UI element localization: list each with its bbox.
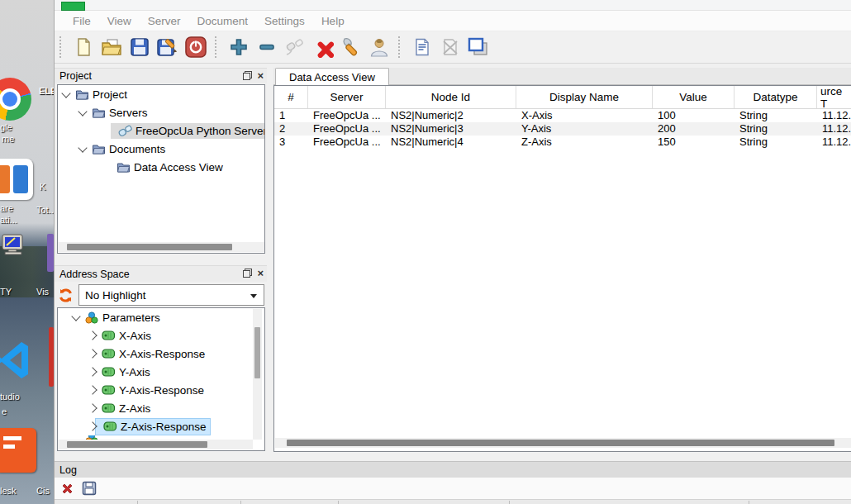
remove-document-button[interactable] <box>436 34 464 60</box>
new-window-button[interactable] <box>464 34 492 60</box>
column-header--[interactable]: # <box>274 86 308 108</box>
office-app-icon[interactable] <box>0 159 33 200</box>
desktop-label: are <box>0 203 13 213</box>
chevron-right-icon[interactable] <box>88 330 97 340</box>
column-header-urce-t[interactable]: urce T <box>817 86 851 108</box>
toolbar-group <box>69 31 210 63</box>
save-button[interactable] <box>126 34 154 60</box>
address-space-vertical-scrollbar[interactable] <box>253 309 262 440</box>
chevron-right-icon[interactable] <box>88 367 97 376</box>
add-server-button[interactable] <box>225 34 253 60</box>
tree-item-parameters[interactable]: Parameters <box>58 308 264 326</box>
table-row[interactable]: 2FreeOpcUa ...NS2|Numeric|3Y-Axis200Stri… <box>274 122 851 136</box>
menu-help[interactable]: Help <box>313 12 353 30</box>
anydesk-icon[interactable] <box>0 428 36 473</box>
tree-item-y-axis[interactable]: Y-Axis <box>58 363 264 381</box>
toolbar-handle[interactable] <box>59 36 66 58</box>
table-horizontal-scrollbar[interactable] <box>275 438 851 448</box>
opcua-client-window: FileViewServerDocumentSettingsHelp Proje… <box>54 0 851 504</box>
tree-item-label: Parameters <box>102 311 160 324</box>
address-space-panel-titlebar: Address Space × <box>55 265 267 282</box>
address-space-toolbar: No Highlight <box>58 284 264 306</box>
server-plug-icon <box>117 125 132 137</box>
tree-item-project[interactable]: Project <box>58 85 264 103</box>
menu-server[interactable]: Server <box>140 12 189 30</box>
tree-item-documents[interactable]: Documents <box>58 140 264 158</box>
tree-item-data-access-view[interactable]: Data Access View <box>58 158 264 176</box>
highlight-dropdown-value: No Highlight <box>85 289 146 302</box>
menu-document[interactable]: Document <box>189 12 257 30</box>
chevron-down-icon[interactable] <box>61 88 70 97</box>
folder-icon <box>116 161 131 173</box>
float-panel-icon[interactable] <box>243 269 252 278</box>
remove-server-icon <box>257 37 277 57</box>
app-icon <box>61 2 85 11</box>
menu-view[interactable]: View <box>99 12 140 30</box>
save-log-icon[interactable] <box>82 481 97 496</box>
folder-icon <box>91 143 106 155</box>
column-header-display-name[interactable]: Display Name <box>516 86 653 108</box>
disconnect-button[interactable] <box>309 34 337 60</box>
tree-item-freeopcua-python-server[interactable]: FreeOpcUa Python Server <box>58 121 264 140</box>
screen: gle me ELE are ati... K Tot... TY Vis tu… <box>0 0 851 504</box>
my-computer-icon[interactable] <box>2 234 26 259</box>
chevron-down-icon[interactable] <box>78 107 87 116</box>
project-tree: ProjectServersFreeOpcUa Python ServerDoc… <box>57 84 265 254</box>
server-settings-button[interactable] <box>337 34 365 60</box>
tree-item-x-axis[interactable]: X-Axis <box>58 326 264 345</box>
chevron-right-icon[interactable] <box>88 349 97 358</box>
tree-item-label: Z-Axis-Response <box>121 421 207 433</box>
tree-item-servers[interactable]: Servers <box>58 103 264 121</box>
add-document-button[interactable] <box>408 34 436 60</box>
tab-data-access-view[interactable]: Data Access View <box>275 68 389 85</box>
connect-button[interactable] <box>281 34 309 60</box>
toolbar-handle[interactable] <box>215 36 221 58</box>
float-panel-icon[interactable] <box>243 71 252 80</box>
clear-log-icon[interactable] <box>61 483 74 495</box>
close-panel-icon[interactable]: × <box>257 269 264 278</box>
chevron-down-icon[interactable] <box>71 311 80 321</box>
tree-item-y-axis-response[interactable]: Y-Axis-Response <box>58 381 264 399</box>
change-user-button[interactable] <box>365 34 393 60</box>
table-body: 1FreeOpcUa ...NS2|Numeric|2X-Axis100Stri… <box>274 109 851 149</box>
save-as-button[interactable] <box>154 34 182 60</box>
column-header-node-id[interactable]: Node Id <box>386 86 516 108</box>
app-icon-sliver[interactable] <box>47 234 54 272</box>
table-row[interactable]: 1FreeOpcUa ...NS2|Numeric|2X-Axis100Stri… <box>274 109 851 122</box>
column-header-server[interactable]: Server <box>308 86 386 108</box>
disconnect-icon <box>312 36 334 58</box>
close-panel-icon[interactable]: × <box>257 71 264 80</box>
tree-item-label: X-Axis-Response <box>119 348 205 360</box>
chrome-icon[interactable] <box>0 78 31 121</box>
menu-file[interactable]: File <box>64 12 99 30</box>
desktop-label: Cis <box>36 486 50 496</box>
log-panel-title: Log <box>59 464 77 476</box>
chevron-down-icon[interactable] <box>78 143 87 152</box>
toolbar-handle[interactable] <box>398 36 405 58</box>
project-horizontal-scrollbar[interactable] <box>58 242 264 252</box>
table-row[interactable]: 3FreeOpcUa ...NS2|Numeric|4Z-Axis150Stri… <box>274 136 851 149</box>
menu-bar: FileViewServerDocumentSettingsHelp <box>55 11 851 31</box>
open-folder-button[interactable] <box>97 34 126 60</box>
tree-item-label: Data Access View <box>134 161 223 174</box>
window-titlebar[interactable] <box>55 0 851 11</box>
vscode-icon[interactable] <box>0 339 33 385</box>
tree-item-label: X-Axis <box>119 330 151 342</box>
chevron-right-icon[interactable] <box>88 385 97 394</box>
tree-item-x-axis-response[interactable]: X-Axis-Response <box>58 345 264 363</box>
desktop-label: me <box>2 134 14 144</box>
address-space-horizontal-scrollbar[interactable] <box>58 440 253 449</box>
new-document-button[interactable] <box>69 34 97 60</box>
quit-button[interactable] <box>182 34 210 60</box>
column-header-value[interactable]: Value <box>653 86 735 108</box>
column-header-datatype[interactable]: Datatype <box>735 86 817 108</box>
tree-item-z-axis[interactable]: Z-Axis <box>58 399 264 417</box>
log-toolbar <box>55 478 851 499</box>
chevron-right-icon[interactable] <box>88 403 97 412</box>
highlight-dropdown[interactable]: No Highlight <box>78 284 264 306</box>
tree-item-z-axis-response[interactable]: Z-Axis-Response <box>58 417 264 435</box>
menu-settings[interactable]: Settings <box>256 12 313 30</box>
remove-server-button[interactable] <box>253 34 281 60</box>
new-window-icon <box>468 37 489 57</box>
refresh-icon[interactable] <box>58 288 74 303</box>
